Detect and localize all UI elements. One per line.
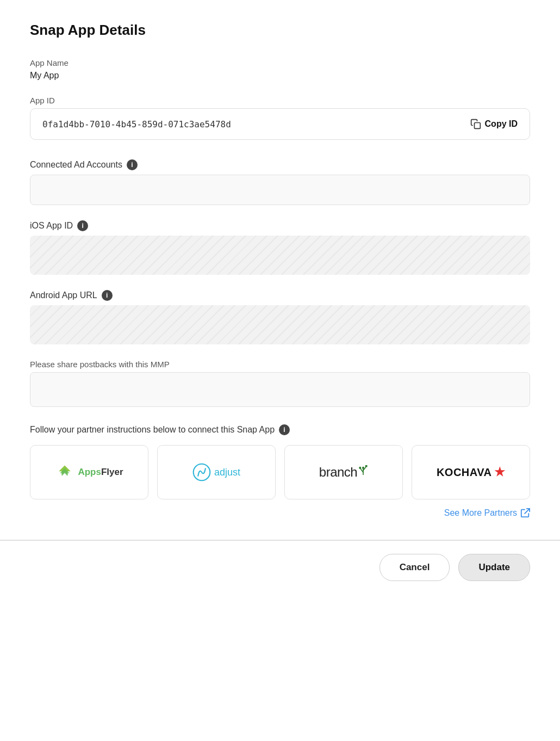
- branch-sprout-icon: [358, 465, 368, 475]
- adjust-text: adjust: [214, 467, 240, 478]
- svg-rect-0: [474, 123, 480, 129]
- branch-logo: branch: [319, 465, 368, 480]
- update-button[interactable]: Update: [458, 554, 530, 581]
- connected-ad-accounts-box: [30, 175, 530, 205]
- external-link-icon: [520, 508, 530, 518]
- adjust-logo: adjust: [192, 463, 240, 481]
- partner-card-kochava[interactable]: KOCHAVA ★: [412, 445, 530, 499]
- adjust-icon: [192, 463, 211, 481]
- kochava-logo: KOCHAVA ★: [437, 465, 505, 479]
- svg-point-6: [359, 467, 361, 469]
- appsflyer-text: AppsFlyer: [78, 467, 123, 478]
- svg-point-7: [362, 467, 364, 469]
- connected-ad-accounts-info-icon: i: [127, 159, 138, 170]
- app-id-box: 0fa1d4bb-7010-4b45-859d-071c3ae5478d Cop…: [30, 108, 530, 140]
- svg-line-8: [525, 509, 530, 514]
- ios-app-id-info-icon: i: [77, 220, 88, 231]
- app-id-value: 0fa1d4bb-7010-4b45-859d-071c3ae5478d: [42, 119, 470, 129]
- cancel-button[interactable]: Cancel: [379, 554, 450, 581]
- partner-card-appsflyer[interactable]: AppsFlyer: [30, 445, 148, 499]
- partner-grid: AppsFlyer adjust branch: [30, 445, 530, 499]
- see-more-partners-link[interactable]: See More Partners: [30, 508, 530, 518]
- appsflyer-logo: AppsFlyer: [55, 464, 123, 480]
- ios-app-id-field[interactable]: [30, 236, 530, 275]
- partner-instructions-info-icon: i: [279, 424, 290, 435]
- appsflyer-icon: [55, 464, 74, 480]
- ios-app-id-label: iOS App ID i: [30, 220, 530, 231]
- kochava-star-icon: ★: [494, 465, 506, 479]
- copy-icon: [470, 119, 481, 129]
- android-app-url-field[interactable]: [30, 305, 530, 344]
- partner-card-branch[interactable]: branch: [284, 445, 403, 499]
- page-container: Snap App Details App Name My App App ID …: [0, 0, 560, 741]
- app-name-value: My App: [30, 71, 530, 81]
- postbacks-box[interactable]: [30, 372, 530, 407]
- partner-instructions-label: Follow your partner instructions below t…: [30, 424, 530, 435]
- android-app-url-info-icon: i: [102, 290, 113, 301]
- connected-ad-accounts-label: Connected Ad Accounts i: [30, 159, 530, 170]
- bottom-divider: [0, 540, 560, 541]
- app-id-label: App ID: [30, 96, 530, 105]
- copy-id-button[interactable]: Copy ID: [470, 119, 518, 129]
- page-title: Snap App Details: [30, 22, 530, 39]
- partner-card-adjust[interactable]: adjust: [157, 445, 276, 499]
- postbacks-label: Please share postbacks with this MMP: [30, 360, 530, 369]
- bottom-actions: Cancel Update: [30, 554, 530, 581]
- app-name-label: App Name: [30, 58, 530, 67]
- android-app-url-label: Android App URL i: [30, 290, 530, 301]
